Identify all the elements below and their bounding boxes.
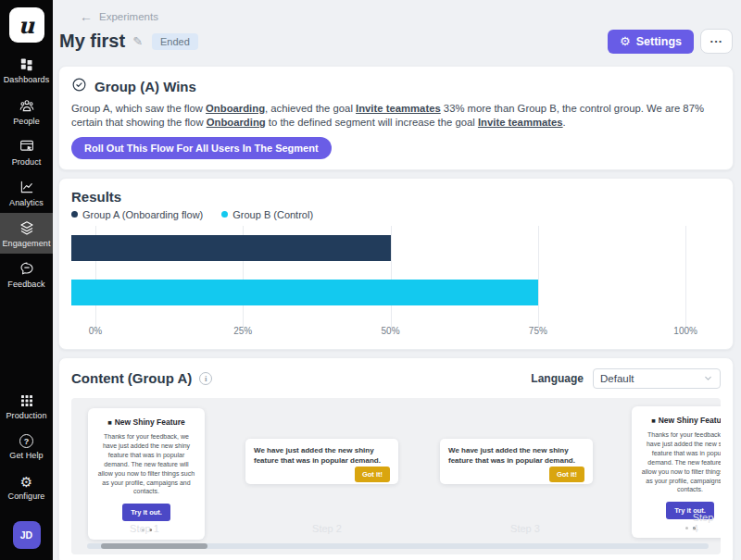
preview-modal-body: Thanks for your feedback, we have just a…	[640, 430, 721, 495]
status-badge: Ended	[152, 33, 198, 50]
sidebar: u Dashboards People Product	[0, 0, 53, 560]
gridline	[538, 226, 539, 328]
sidebar-item-label: Get Help	[9, 451, 43, 460]
more-options-button[interactable]: ...	[700, 29, 733, 54]
legend-dot-group-a	[71, 211, 78, 218]
step-label: Step 2	[312, 523, 342, 534]
sidebar-item-label: Configure	[8, 492, 45, 501]
steps-preview-panel: ■New Shiny Feature Thanks for your feedb…	[71, 398, 721, 554]
user-avatar[interactable]: JD	[13, 521, 41, 549]
x-tick-label: 75%	[529, 326, 547, 336]
goal-name-link: Invite teammates	[356, 103, 441, 114]
gridline	[685, 226, 686, 328]
step-2-preview-tooltip: We have just added the new shiny feature…	[245, 439, 398, 484]
legend-item-group-a: Group A (Onboarding flow)	[71, 209, 203, 220]
bar-group-a	[71, 235, 391, 261]
preview-modal-body: Thanks for your feedback, we have just a…	[96, 432, 196, 497]
help-icon: ?	[19, 434, 33, 448]
preview-tooltip-body: We have just added the new shiny feature…	[448, 446, 584, 467]
sidebar-nav: Dashboards People Product Analytics	[0, 50, 53, 294]
sidebar-item-dashboards[interactable]: Dashboards	[0, 50, 53, 91]
winner-text-part: to the defined segment will increase the…	[266, 117, 478, 128]
preview-modal-title-text: New Shiny Feature	[115, 417, 185, 427]
step-label: Step 3	[510, 523, 540, 534]
sidebar-item-label: Engagement	[2, 239, 50, 248]
legend-item-group-b: Group B (Control)	[221, 209, 313, 220]
results-title: Results	[71, 189, 721, 205]
preview-modal-title: ■New Shiny Feature	[96, 417, 196, 427]
sidebar-item-label: Dashboards	[4, 75, 50, 84]
flow-name-link: Onboarding	[207, 117, 266, 128]
flow-name-link: Onboarding	[206, 103, 265, 114]
sidebar-item-product[interactable]: Product	[0, 131, 53, 172]
results-chart-plot	[71, 230, 721, 311]
sidebar-item-get-help[interactable]: ? Get Help	[0, 427, 53, 467]
x-axis: 0%25%50%75%100%	[71, 326, 721, 339]
x-tick-label: 0%	[89, 326, 102, 336]
winner-card: Group (A) Wins Group A, which saw the fl…	[58, 66, 734, 170]
sidebar-item-analytics[interactable]: Analytics	[0, 172, 53, 213]
info-icon[interactable]: i	[199, 372, 212, 385]
sidebar-item-label: People	[13, 117, 40, 126]
try-it-out-button[interactable]: Try it out.	[122, 504, 170, 521]
settings-button[interactable]: ⚙ Settings	[608, 30, 694, 54]
preview-modal-title-text: New Shiny Feature	[659, 416, 721, 425]
preview-tooltip-body: We have just added the new shiny feature…	[254, 446, 390, 467]
sidebar-item-feedback[interactable]: Feedback	[0, 254, 53, 294]
step-label: Step 1	[130, 523, 159, 534]
language-control: Language Default	[531, 368, 721, 389]
carousel-dot[interactable]	[685, 527, 688, 529]
breadcrumb[interactable]: ← Experiments	[80, 11, 734, 22]
dashboards-icon	[19, 56, 34, 72]
step-label: Step 4	[693, 512, 714, 534]
horizontal-scrollbar-thumb[interactable]	[101, 543, 207, 549]
header-actions: ⚙ Settings ...	[608, 29, 733, 54]
winner-card-title: Group (A) Wins	[94, 79, 196, 94]
chevron-down-icon	[703, 370, 713, 387]
got-it-button[interactable]: Got it!	[355, 467, 390, 482]
main-area: ← Experiments My first ✎ Ended ⚙ Setting…	[53, 0, 741, 560]
people-icon	[19, 97, 35, 114]
sidebar-item-label: Production	[6, 411, 46, 420]
chart-legend: Group A (Onboarding flow) Group B (Contr…	[71, 209, 721, 220]
legend-label: Group B (Control)	[232, 209, 313, 220]
breadcrumb-label: Experiments	[99, 11, 158, 22]
product-icon	[19, 138, 35, 155]
step-3-preview-tooltip: We have just added the new shiny feature…	[440, 439, 593, 484]
language-select[interactable]: Default	[593, 368, 721, 389]
sidebar-item-configure[interactable]: ⚙ Configure	[0, 467, 53, 508]
winner-text-part: Group A, which saw the flow	[71, 103, 206, 114]
page-header: My first ✎ Ended ⚙ Settings ...	[58, 29, 734, 54]
production-icon	[19, 393, 34, 408]
roll-out-button[interactable]: Roll Out This Flow For All Users In The …	[71, 137, 332, 159]
content-card-header: Content (Group A) i Language Default	[71, 368, 721, 389]
edit-title-icon[interactable]: ✎	[132, 34, 143, 48]
winner-text-part: , achieved the goal	[265, 103, 356, 114]
analytics-icon	[19, 179, 35, 195]
sidebar-item-production[interactable]: Production	[0, 386, 53, 427]
sidebar-item-label: Analytics	[9, 198, 44, 207]
gear-icon: ⚙	[20, 475, 32, 489]
preview-modal-title: ■New Shiny Feature	[640, 416, 721, 425]
winner-text-part: .	[563, 117, 566, 128]
got-it-button[interactable]: Got it!	[549, 467, 584, 482]
x-tick-label: 100%	[673, 326, 697, 336]
legend-dot-group-b	[221, 211, 228, 218]
winner-card-title-row: Group (A) Wins	[71, 77, 721, 95]
winner-description: Group A, which saw the flow Onboarding, …	[71, 102, 721, 130]
sidebar-item-label: Feedback	[7, 280, 44, 289]
language-select-value: Default	[600, 373, 634, 384]
sidebar-item-people[interactable]: People	[0, 91, 53, 131]
horizontal-scrollbar-track[interactable]	[87, 543, 709, 549]
legend-label: Group A (Onboarding flow)	[82, 209, 203, 220]
content-card: Content (Group A) i Language Default	[58, 357, 734, 560]
emoji-placeholder-icon: ■	[651, 417, 656, 425]
sidebar-item-label: Product	[12, 157, 42, 167]
gridline	[391, 226, 392, 328]
back-arrow-icon: ←	[80, 11, 93, 22]
sidebar-item-engagement[interactable]: Engagement	[0, 213, 53, 254]
app-logo[interactable]: u	[9, 7, 44, 43]
x-tick-label: 50%	[382, 326, 400, 336]
page-title: My first	[59, 31, 125, 52]
step-1-preview-modal: ■New Shiny Feature Thanks for your feedb…	[88, 408, 205, 541]
